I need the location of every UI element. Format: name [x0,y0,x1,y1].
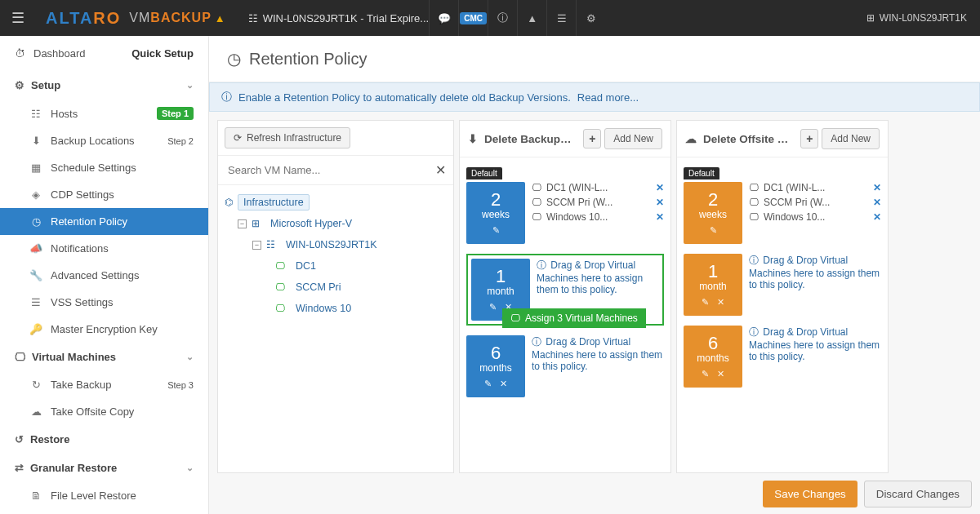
assigned-vm-name: SCCM Pri (W... [764,197,868,208]
save-button[interactable]: Save Changes [763,481,857,507]
policy-item[interactable]: Default2weeks✎🖵DC1 (WIN-L...✕🖵SCCM Pri (… [684,182,881,244]
topbar-right-host[interactable]: ⊞ WIN-L0NS29JRT1K [853,12,980,24]
chevron-down-icon: ⌄ [186,352,194,362]
add-policy-button[interactable]: + [583,129,601,148]
sidebar-offsite-label: Take Offsite Copy [51,405,134,418]
edit-icon[interactable]: ✎ [489,302,497,312]
remove-vm-icon[interactable]: ✕ [656,197,664,208]
policy-item[interactable]: Default2weeks✎🖵DC1 (WIN-L...✕🖵SCCM Pri (… [466,182,664,244]
sidebar-item-schedule[interactable]: ▦ Schedule Settings [0,154,208,181]
sidebar-adv-label: Advanced Settings [51,269,139,281]
add-new-button[interactable]: Add New [822,128,880,149]
delete-icon[interactable]: ✕ [717,297,724,308]
clear-search-icon[interactable]: ✕ [427,162,453,178]
tree-toggle[interactable]: − [238,219,247,228]
cmc-badge[interactable]: CMC [458,0,488,36]
policy-item[interactable]: 1month✎✕ⓘ Drag & Drop Virtual Machines h… [684,254,881,316]
sidebar-mek-label: Master Encryption Key [51,323,158,335]
info-icon[interactable]: ⓘ [488,0,517,36]
sidebar-restore-header[interactable]: ↺Restore [0,425,208,454]
warning-icon[interactable]: ▲ [215,12,227,24]
sidebar-item-cdp[interactable]: ◈ CDP Settings [0,181,208,208]
policy-card[interactable]: 6months✎✕ [684,326,742,388]
assigned-vm-name: DC1 (WIN-L... [546,182,651,193]
remove-vm-icon[interactable]: ✕ [873,197,881,208]
tree-host[interactable]: WIN-L0NS29JRT1K [280,237,383,253]
sidebar-item-offsite-copy[interactable]: ☁ Take Offsite Copy [0,398,208,425]
tree-root[interactable]: Infrastructure [238,194,310,210]
tree-vm-sccm[interactable]: SCCM Pri [290,279,347,295]
sidebar-item-backup-locations[interactable]: ⬇ Backup Locations Step 2 [0,127,208,154]
file-icon: 🗎 [29,490,42,502]
alert-icon[interactable]: ▲ [517,0,546,36]
settings-icon[interactable]: ⚙ [576,0,605,36]
discard-button[interactable]: Discard Changes [864,481,972,507]
policy-item[interactable]: 6months✎✕ⓘ Drag & Drop Virtual Machines … [466,335,664,397]
tree-vm-win10[interactable]: Windows 10 [290,300,357,317]
edit-icon[interactable]: ✎ [484,379,492,389]
sidebar-item-vss[interactable]: ☰ VSS Settings [0,289,208,316]
read-more-link[interactable]: Read more... [577,91,639,104]
vm-tree: ⌬Infrastructure −⊞Microsoft Hyper-V −☷WI… [218,185,453,326]
quick-setup-link[interactable]: Quick Setup [131,47,194,60]
menu-icon[interactable]: ☰ [0,9,36,27]
page-title: Retention Policy [249,50,368,69]
remove-vm-icon[interactable]: ✕ [873,211,881,223]
delete-icon[interactable]: ✕ [500,379,507,389]
footer-actions: Save Changes Discard Changes [763,481,972,507]
refresh-button[interactable]: ⟳ Refresh Infrastructure [225,127,350,148]
chevron-down-icon: ⌄ [186,80,194,91]
policy-vm-list: ⓘ Drag & Drop Virtual Machines here to a… [532,335,664,397]
add-new-button[interactable]: Add New [604,128,662,149]
policy-card[interactable]: Default2weeks✎ [466,182,525,244]
delete-icon[interactable]: ✕ [717,369,724,379]
sidebar-setup-header[interactable]: ⚙Setup ⌄ [0,71,208,100]
edit-icon[interactable]: ✎ [702,297,709,308]
sidebar-item-advanced[interactable]: 🔧 Advanced Settings [0,262,208,289]
list-icon[interactable]: ☰ [546,0,576,36]
sidebar-item-take-backup[interactable]: ↻ Take Backup Step 3 [0,371,208,398]
sidebar-item-hosts[interactable]: ☷ Hosts Step 1 [0,100,208,127]
tree-hyperv[interactable]: Microsoft Hyper-V [265,215,358,232]
sidebar-item-mek[interactable]: 🔑 Master Encryption Key [0,316,208,343]
remove-vm-icon[interactable]: ✕ [873,182,881,193]
tree-vm-dc1[interactable]: DC1 [290,258,322,274]
edit-icon[interactable]: ✎ [492,225,500,236]
sidebar-granular-label: Granular Restore [30,462,117,474]
sidebar-dashboard[interactable]: ⏱ Dashboard [15,47,86,60]
sidebar-item-file-level[interactable]: 🗎 File Level Restore [0,482,208,509]
policy-number: 1 [684,263,742,281]
policy-item[interactable]: 6months✎✕ⓘ Drag & Drop Virtual Machines … [684,326,881,388]
step3-badge: Step 3 [167,380,194,390]
edit-icon[interactable]: ✎ [702,369,709,379]
brand: ALTARO VMBACKUP ▲ [36,9,237,28]
policy-card[interactable]: 1month✎✕ [684,254,742,316]
calendar-icon: ▦ [29,162,42,174]
info-banner: ⓘ Enable a Retention Policy to automatic… [209,82,980,112]
tree-toggle[interactable]: − [252,241,261,250]
sidebar-schedule-label: Schedule Settings [51,162,136,174]
policy-card[interactable]: 6months✎✕ [466,335,525,397]
assign-tooltip: 🖵 Assign 3 Virtual Machines [502,308,646,328]
search-input[interactable] [218,156,427,184]
sidebar-item-notifications[interactable]: 📣 Notifications [0,235,208,262]
policy-number: 1 [471,268,530,286]
policy-card[interactable]: Default2weeks✎ [684,182,742,244]
step2-badge: Step 2 [167,136,194,146]
remove-vm-icon[interactable]: ✕ [656,211,664,223]
sidebar-granular-header[interactable]: ⇄Granular Restore ⌄ [0,454,208,482]
chat-icon[interactable]: 💬 [429,0,458,36]
assigned-vm-row: 🖵SCCM Pri (W...✕ [749,197,881,208]
monitor-icon: 🖵 [749,211,759,223]
list-icon: ☰ [29,296,42,308]
remove-vm-icon[interactable]: ✕ [656,182,664,193]
edit-icon[interactable]: ✎ [710,225,717,236]
topbar-host[interactable]: ☷ WIN-L0NS29JRT1K - Trial Expire... [248,12,429,24]
sidebar-vm-header[interactable]: 🖵Virtual Machines ⌄ [0,343,208,371]
assigned-vm-name: DC1 (WIN-L... [764,182,868,193]
add-policy-button[interactable]: + [800,129,818,148]
policy-vm-list: 🖵DC1 (WIN-L...✕🖵SCCM Pri (W...✕🖵Windows … [749,182,881,244]
monitor-icon: 🖵 [749,197,759,208]
sidebar-item-retention[interactable]: ◷ Retention Policy [0,208,208,235]
local-policies-panel: ⬇ Delete Backups O + Add New Default2wee… [459,120,671,473]
